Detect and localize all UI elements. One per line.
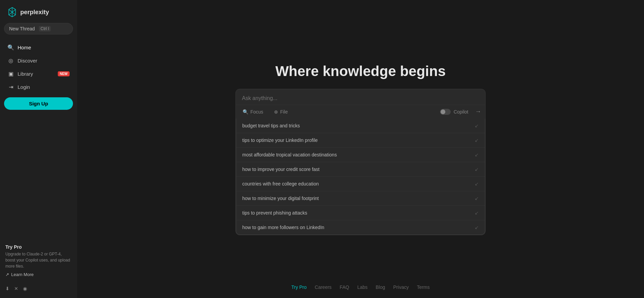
focus-icon: 🔍: [243, 109, 248, 115]
sidebar-item-label: Discover: [18, 58, 37, 64]
try-pro-section: Try Pro Upgrade to Claude-2 or GPT-4, bo…: [4, 241, 73, 280]
toggle-knob: [441, 109, 445, 114]
submit-button[interactable]: →: [475, 108, 481, 115]
sidebar-footer: ⬇ ✕ ◉: [4, 283, 73, 293]
footer-link[interactable]: Privacy: [393, 284, 409, 290]
search-container: 🔍 Focus ⊕ File Copilot → budget travel t…: [236, 89, 486, 235]
footer-link[interactable]: Labs: [357, 284, 367, 290]
new-thread-label: New Thread: [9, 26, 35, 31]
suggestion-arrow-icon: ↙: [475, 196, 479, 201]
main-content: Where knowledge begins 🔍 Focus ⊕ File Co…: [77, 0, 644, 298]
library-new-badge: NEW: [58, 71, 70, 76]
try-pro-description: Upgrade to Claude-2 or GPT-4, boost your…: [5, 251, 72, 269]
logo-area: perplexity: [4, 5, 73, 23]
search-input[interactable]: [242, 95, 479, 101]
suggestion-arrow-icon: ↙: [475, 123, 479, 128]
suggestion-item[interactable]: how to gain more followers on LinkedIn↙: [236, 220, 485, 234]
learn-more-icon: ↗: [5, 272, 9, 277]
copilot-toggle[interactable]: [440, 109, 451, 115]
sign-up-button[interactable]: Sign Up: [4, 97, 73, 110]
sidebar-item-library[interactable]: ▣ Library NEW: [4, 68, 73, 80]
sidebar-item-label: Home: [18, 45, 31, 50]
suggestion-text: how to minimize your digital footprint: [242, 196, 319, 201]
sidebar-item-login[interactable]: ⇥ Login: [4, 81, 73, 93]
learn-more-label: Learn More: [11, 272, 33, 277]
suggestion-item[interactable]: countries with free college education↙: [236, 177, 485, 191]
sidebar-item-label: Library: [18, 71, 33, 77]
footer-link[interactable]: Try Pro: [291, 284, 306, 290]
x-twitter-icon[interactable]: ✕: [14, 286, 18, 291]
sidebar-item-home[interactable]: 🔍 Home: [4, 41, 73, 54]
suggestion-text: tips to optimize your LinkedIn profile: [242, 138, 318, 143]
copilot-label: Copilot: [453, 109, 468, 115]
new-thread-shortcut: Ctrl I: [39, 26, 51, 31]
login-icon: ⇥: [7, 84, 14, 90]
suggestion-item[interactable]: how to improve your credit score fast↙: [236, 162, 485, 177]
suggestion-text: how to gain more followers on LinkedIn: [242, 225, 324, 230]
suggestion-text: how to improve your credit score fast: [242, 167, 320, 172]
new-thread-button[interactable]: New Thread Ctrl I: [4, 23, 73, 34]
discord-icon[interactable]: ◉: [23, 286, 27, 291]
copilot-area: Copilot: [440, 109, 468, 115]
suggestion-arrow-icon: ↙: [475, 138, 479, 143]
suggestion-item[interactable]: most affordable tropical vacation destin…: [236, 148, 485, 162]
suggestion-item[interactable]: how to minimize your digital footprint↙: [236, 191, 485, 206]
footer-link[interactable]: Careers: [315, 284, 332, 290]
library-icon: ▣: [7, 71, 14, 77]
suggestion-arrow-icon: ↙: [475, 167, 479, 172]
suggestions-list: budget travel tips and tricks↙tips to op…: [236, 119, 485, 235]
footer-link[interactable]: FAQ: [340, 284, 349, 290]
suggestion-arrow-icon: ↙: [475, 152, 479, 157]
search-input-area: [236, 89, 485, 105]
suggestion-item[interactable]: tips to optimize your LinkedIn profile↙: [236, 133, 485, 148]
suggestion-arrow-icon: ↙: [475, 181, 479, 187]
sidebar-item-discover[interactable]: ◎ Discover: [4, 54, 73, 67]
perplexity-logo-icon: [7, 7, 18, 18]
main-title: Where knowledge begins: [275, 63, 446, 79]
suggestion-text: tips to prevent phishing attacks: [242, 210, 307, 216]
suggestion-arrow-icon: ↙: [475, 210, 479, 216]
file-icon: ⊕: [274, 109, 278, 115]
suggestion-item[interactable]: tips to prevent phishing attacks↙: [236, 206, 485, 220]
suggestion-text: budget travel tips and tricks: [242, 123, 300, 128]
search-toolbar: 🔍 Focus ⊕ File Copilot →: [236, 105, 485, 119]
file-button[interactable]: ⊕ File: [271, 108, 291, 116]
footer-link[interactable]: Blog: [376, 284, 385, 290]
file-label: File: [280, 109, 288, 115]
suggestion-arrow-icon: ↙: [475, 225, 479, 230]
focus-label: Focus: [250, 109, 263, 115]
try-pro-title: Try Pro: [5, 244, 72, 250]
download-icon[interactable]: ⬇: [5, 286, 9, 291]
suggestion-item[interactable]: budget travel tips and tricks↙: [236, 119, 485, 133]
sidebar: perplexity New Thread Ctrl I 🔍 Home ◎ Di…: [0, 0, 77, 298]
home-icon: 🔍: [7, 44, 14, 51]
focus-button[interactable]: 🔍 Focus: [240, 108, 266, 116]
suggestion-text: countries with free college education: [242, 181, 319, 187]
suggestion-text: most affordable tropical vacation destin…: [242, 152, 337, 157]
page-footer: Try ProCareersFAQLabsBlogPrivacyTerms: [291, 284, 430, 290]
learn-more-button[interactable]: ↗ Learn More: [5, 272, 72, 277]
sidebar-item-label: Login: [18, 84, 30, 90]
logo-text: perplexity: [20, 9, 49, 16]
footer-link[interactable]: Terms: [417, 284, 430, 290]
discover-icon: ◎: [7, 57, 14, 64]
